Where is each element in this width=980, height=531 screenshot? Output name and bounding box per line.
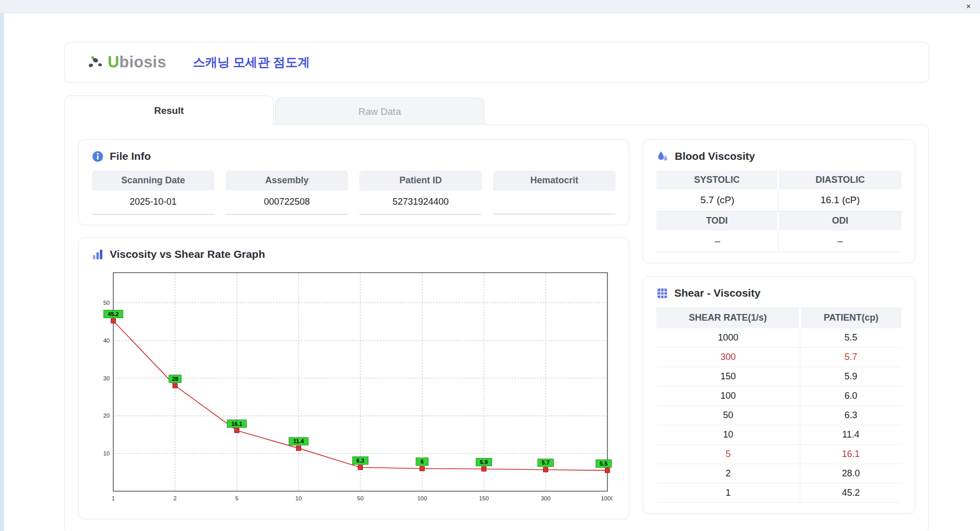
file-info-fields: Scanning Date 2025-10-01 Assembly 000722… bbox=[92, 171, 616, 214]
svg-text:5.5: 5.5 bbox=[600, 461, 607, 467]
tab-raw-data[interactable]: Raw Data bbox=[275, 98, 484, 125]
shear-viscosity-table: SHEAR RATE(1/s) PATIENT(cp) 1000 5.5 300… bbox=[656, 307, 901, 503]
shear-cell: 100 bbox=[656, 387, 800, 406]
shear-cell: 1000 bbox=[656, 328, 800, 348]
table-row: 10 11.4 bbox=[656, 425, 901, 445]
diastolic-value: 16.1 (cP) bbox=[779, 189, 901, 211]
odi-value: – bbox=[779, 230, 901, 252]
svg-text:5: 5 bbox=[235, 495, 238, 501]
blood-viscosity-card: Blood Viscosity SYSTOLIC DIASTOLIC 5.7 (… bbox=[643, 139, 915, 263]
grid-table-icon bbox=[656, 287, 668, 299]
patient-cell: 11.4 bbox=[800, 425, 901, 445]
field-value bbox=[493, 190, 616, 214]
col-patient: PATIENT(cp) bbox=[800, 307, 901, 328]
diastolic-label: DIASTOLIC bbox=[779, 171, 901, 189]
viscosity-shear-chart: 45.22816.111.46.365.95.75.51251050100150… bbox=[92, 267, 612, 506]
table-header-row: SHEAR RATE(1/s) PATIENT(cp) bbox=[656, 307, 901, 328]
field-label: Patient ID bbox=[359, 171, 482, 190]
result-panel: File Info Scanning Date 2025-10-01 Assem… bbox=[64, 125, 929, 531]
blood-viscosity-grid: SYSTOLIC DIASTOLIC 5.7 (cP) 16.1 (cP) TO… bbox=[656, 171, 901, 252]
patient-cell: 6.3 bbox=[800, 406, 901, 425]
field-patient-id: Patient ID 52731924400 bbox=[359, 171, 482, 214]
svg-text:10: 10 bbox=[103, 450, 110, 456]
shear-cell: 50 bbox=[656, 406, 800, 425]
svg-text:300: 300 bbox=[541, 495, 550, 501]
svg-text:6.3: 6.3 bbox=[356, 457, 364, 464]
svg-text:16.1: 16.1 bbox=[231, 421, 242, 427]
section-title: Blood Viscosity bbox=[675, 150, 755, 162]
patient-cell: 45.2 bbox=[800, 484, 901, 503]
brand-logo: Ubiosis bbox=[86, 53, 166, 71]
table-row: 100 6.0 bbox=[656, 387, 901, 406]
tab-bar: Result Raw Data bbox=[64, 95, 929, 125]
table-row: 1 45.2 bbox=[656, 484, 901, 503]
systolic-label: SYSTOLIC bbox=[656, 171, 779, 189]
file-info-card: File Info Scanning Date 2025-10-01 Assem… bbox=[78, 139, 629, 225]
todi-value: – bbox=[656, 230, 779, 252]
field-hematocrit: Hematocrit bbox=[493, 171, 616, 214]
graph-card: Viscosity vs Shear Rate Graph 45.22816.1… bbox=[78, 237, 629, 519]
droplets-icon bbox=[656, 150, 669, 162]
svg-text:40: 40 bbox=[103, 337, 110, 344]
svg-text:50: 50 bbox=[357, 495, 364, 501]
right-column: Blood Viscosity SYSTOLIC DIASTOLIC 5.7 (… bbox=[643, 139, 915, 514]
table-row: 150 5.9 bbox=[656, 367, 901, 387]
shear-cell: 300 bbox=[656, 348, 800, 367]
svg-text:100: 100 bbox=[417, 495, 427, 501]
field-label: Assembly bbox=[226, 171, 348, 190]
svg-text:11.4: 11.4 bbox=[293, 438, 305, 444]
tab-result[interactable]: Result bbox=[64, 95, 274, 125]
svg-text:50: 50 bbox=[103, 300, 110, 306]
patient-cell: 16.1 bbox=[800, 445, 901, 464]
left-column: File Info Scanning Date 2025-10-01 Assem… bbox=[78, 139, 629, 519]
info-icon bbox=[92, 151, 104, 162]
table-row: 300 5.7 bbox=[656, 348, 901, 367]
file-info-title-row: File Info bbox=[92, 150, 616, 162]
shear-cell: 5 bbox=[656, 445, 800, 464]
patient-cell: 5.9 bbox=[800, 367, 901, 387]
field-value: 52731924400 bbox=[359, 190, 482, 214]
svg-text:5.7: 5.7 bbox=[542, 460, 549, 466]
page-title: 스캐닝 모세관 점도계 bbox=[193, 54, 310, 70]
svg-text:45.2: 45.2 bbox=[108, 311, 118, 317]
window-left-edge bbox=[0, 13, 4, 531]
svg-text:28: 28 bbox=[172, 376, 178, 382]
shear-cell: 10 bbox=[656, 425, 800, 445]
app-content: Ubiosis 스캐닝 모세관 점도계 Result Raw Data File… bbox=[64, 42, 929, 531]
field-value: 000722508 bbox=[226, 190, 348, 214]
window-title-bar: × bbox=[0, 0, 980, 13]
field-value: 2025-10-01 bbox=[92, 190, 214, 214]
table-row: 5 16.1 bbox=[656, 445, 901, 464]
field-label: Hematocrit bbox=[493, 171, 616, 190]
brand-name: Ubiosis bbox=[108, 53, 166, 71]
svg-text:30: 30 bbox=[103, 375, 110, 381]
section-title: Shear - Viscosity bbox=[674, 287, 761, 299]
patient-cell: 5.5 bbox=[800, 328, 901, 348]
section-title: Viscosity vs Shear Rate Graph bbox=[110, 248, 265, 260]
graph-title-row: Viscosity vs Shear Rate Graph bbox=[92, 248, 616, 260]
svg-text:1000: 1000 bbox=[601, 495, 612, 501]
todi-label: TODI bbox=[656, 211, 779, 230]
chart-area: 45.22816.111.46.365.95.75.51251050100150… bbox=[92, 267, 616, 509]
patient-cell: 5.7 bbox=[800, 348, 901, 367]
svg-text:6: 6 bbox=[421, 458, 424, 465]
svg-text:20: 20 bbox=[103, 413, 110, 419]
odi-label: ODI bbox=[779, 211, 901, 230]
shear-viscosity-title-row: Shear - Viscosity bbox=[656, 287, 901, 299]
blood-viscosity-title-row: Blood Viscosity bbox=[656, 150, 901, 162]
close-icon[interactable]: × bbox=[964, 3, 973, 11]
bar-chart-icon bbox=[92, 249, 104, 260]
svg-text:10: 10 bbox=[296, 495, 302, 501]
table-row: 50 6.3 bbox=[656, 406, 901, 425]
table-row: 2 28.0 bbox=[656, 464, 901, 484]
svg-text:1: 1 bbox=[112, 495, 115, 501]
field-assembly: Assembly 000722508 bbox=[226, 171, 348, 214]
app-header: Ubiosis 스캐닝 모세관 점도계 bbox=[64, 42, 929, 83]
field-label: Scanning Date bbox=[92, 171, 214, 190]
svg-text:150: 150 bbox=[479, 495, 488, 501]
shear-cell: 150 bbox=[656, 367, 800, 387]
shear-cell: 2 bbox=[656, 464, 800, 484]
systolic-value: 5.7 (cP) bbox=[656, 189, 779, 211]
shear-viscosity-card: Shear - Viscosity SHEAR RATE(1/s) PATIEN… bbox=[643, 276, 915, 514]
section-title: File Info bbox=[110, 150, 151, 162]
